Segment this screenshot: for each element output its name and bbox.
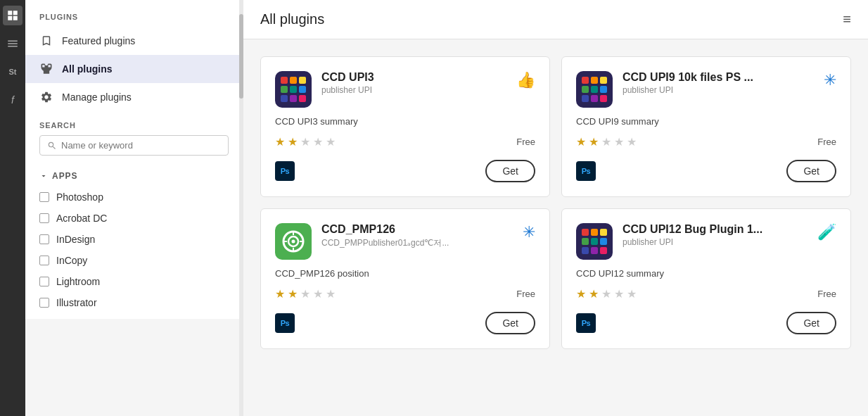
app-checkbox[interactable] [39, 234, 49, 244]
plugin-publisher: CCD_PMPPublisher01ₐgcd℃저... [321, 237, 513, 249]
plugin-card: CCD UPI12 Bug Plugin 1... publisher UPI … [561, 208, 851, 349]
plugin-icon [275, 71, 312, 108]
plugin-card-header: CCD UPI3 publisher UPI 👍 [275, 71, 535, 108]
apps-section: APPS Photoshop Acrobat DC InDesign InCop… [25, 160, 243, 319]
plugin-card-footer: Ps Get [275, 160, 535, 182]
star-filled: ★ [589, 287, 599, 301]
search-icon [47, 141, 57, 151]
icon-bar: St f [0, 0, 25, 416]
app-list: Photoshop Acrobat DC InDesign InCopy Lig… [39, 187, 229, 313]
app-item[interactable]: Lightroom [39, 271, 229, 292]
app-checkbox[interactable] [39, 277, 49, 286]
plugin-rating: ★★★★★ Free [275, 287, 535, 301]
get-button[interactable]: Get [485, 160, 535, 182]
like-badge-icon: 👍 [516, 71, 535, 89]
nav-featured-plugins[interactable]: Featured plugins [25, 27, 243, 55]
app-item[interactable]: Photoshop [39, 187, 229, 208]
star-filled: ★ [275, 287, 285, 301]
plugin-meta: CCD UPI3 publisher UPI [321, 71, 506, 95]
search-section: SEARCH [25, 111, 243, 160]
price-label: Free [817, 289, 836, 299]
plugin-summary: CCD UPI3 summary [275, 116, 535, 127]
grid-icon-item[interactable] [3, 6, 23, 25]
plugin-meta: CCD UPI12 Bug Plugin 1... publisher UPI [623, 223, 808, 247]
layers-icon-item[interactable] [3, 34, 23, 53]
star-empty: ★ [601, 135, 611, 149]
star-filled: ★ [589, 135, 599, 149]
nav-featured-plugins-label: Featured plugins [62, 35, 135, 46]
svg-rect-4 [8, 41, 18, 42]
plugin-publisher: publisher UPI [623, 85, 814, 95]
font-icon-item[interactable]: f [3, 90, 23, 110]
search-input[interactable] [61, 140, 221, 151]
plugin-badge: ✳ [523, 223, 535, 241]
star-filled: ★ [288, 287, 298, 301]
sidebar-wrapper: PLUGINS Featured plugins All plugins Man… [25, 0, 243, 416]
svg-rect-1 [13, 11, 18, 15]
plugin-card: CCD UPI9 10k files PS ... publisher UPI … [561, 56, 851, 197]
plugin-icon [576, 71, 613, 108]
get-button[interactable]: Get [786, 312, 836, 334]
app-label: InCopy [56, 255, 87, 266]
star-empty: ★ [601, 287, 611, 301]
star-empty: ★ [313, 135, 323, 149]
plugin-publisher: publisher UPI [623, 237, 808, 247]
flask-badge-icon: 🧪 [817, 223, 836, 241]
plugin-card-header: CCD UPI9 10k files PS ... publisher UPI … [576, 71, 836, 108]
app-label: Photoshop [56, 191, 103, 203]
app-item[interactable]: Acrobat DC [39, 208, 229, 229]
app-checkbox[interactable] [39, 298, 49, 308]
plugin-icon [275, 223, 312, 260]
search-label: SEARCH [39, 121, 229, 130]
plugin-publisher: publisher UPI [321, 85, 506, 95]
app-item[interactable]: Illustrator [39, 292, 229, 313]
nav-all-plugins[interactable]: All plugins [25, 55, 243, 83]
svg-rect-6 [8, 46, 18, 47]
plugin-rating: ★★★★★ Free [576, 287, 836, 301]
new-star-badge-icon: ✳ [523, 223, 535, 241]
gear-icon [39, 90, 53, 104]
plugin-badge: 👍 [516, 71, 535, 89]
app-label: InDesign [56, 234, 95, 245]
svg-rect-0 [8, 11, 12, 15]
app-item[interactable]: InDesign [39, 229, 229, 250]
app-checkbox[interactable] [39, 213, 49, 223]
plugin-name: CCD_PMP126 [321, 223, 513, 236]
app-label: Illustrator [56, 297, 97, 308]
app-item[interactable]: InCopy [39, 250, 229, 271]
app-label: Lightroom [56, 276, 100, 287]
scroll-thumb [239, 14, 243, 99]
price-label: Free [516, 137, 535, 147]
page-title: All plugins [260, 11, 324, 27]
star-empty: ★ [614, 135, 624, 149]
new-star-badge-icon: ✳ [824, 71, 836, 89]
get-button[interactable]: Get [485, 312, 535, 334]
plugin-meta: CCD_PMP126 CCD_PMPPublisher01ₐgcd℃저... [321, 223, 513, 249]
ps-badge: Ps [275, 161, 295, 181]
app-checkbox[interactable] [39, 256, 49, 265]
price-label: Free [817, 137, 836, 147]
get-button[interactable]: Get [786, 160, 836, 182]
ps-badge: Ps [275, 313, 295, 333]
sort-icon[interactable]: ≡ [843, 11, 851, 27]
nav-manage-plugins[interactable]: Manage plugins [25, 83, 243, 111]
apps-header[interactable]: APPS [39, 171, 229, 181]
sidebar: PLUGINS Featured plugins All plugins Man… [25, 0, 243, 319]
plugin-icon [576, 223, 613, 260]
svg-rect-3 [13, 16, 18, 20]
main-header: All plugins ≡ [243, 0, 868, 39]
chevron-down-icon [39, 172, 48, 180]
star-empty: ★ [313, 287, 323, 301]
bookmark-icon [39, 34, 53, 48]
plugin-card-header: CCD_PMP126 CCD_PMPPublisher01ₐgcd℃저... ✳ [275, 223, 535, 260]
plugin-badge: 🧪 [817, 223, 836, 241]
stock-icon-item[interactable]: St [3, 62, 23, 82]
search-input-wrapper [39, 135, 229, 156]
plugin-card-footer: Ps Get [576, 160, 836, 182]
plugin-card-footer: Ps Get [275, 312, 535, 334]
plugin-rating: ★★★★★ Free [576, 135, 836, 149]
star-filled: ★ [288, 135, 298, 149]
app-checkbox[interactable] [39, 192, 49, 202]
scroll-indicator [239, 0, 243, 416]
star-empty: ★ [627, 135, 637, 149]
